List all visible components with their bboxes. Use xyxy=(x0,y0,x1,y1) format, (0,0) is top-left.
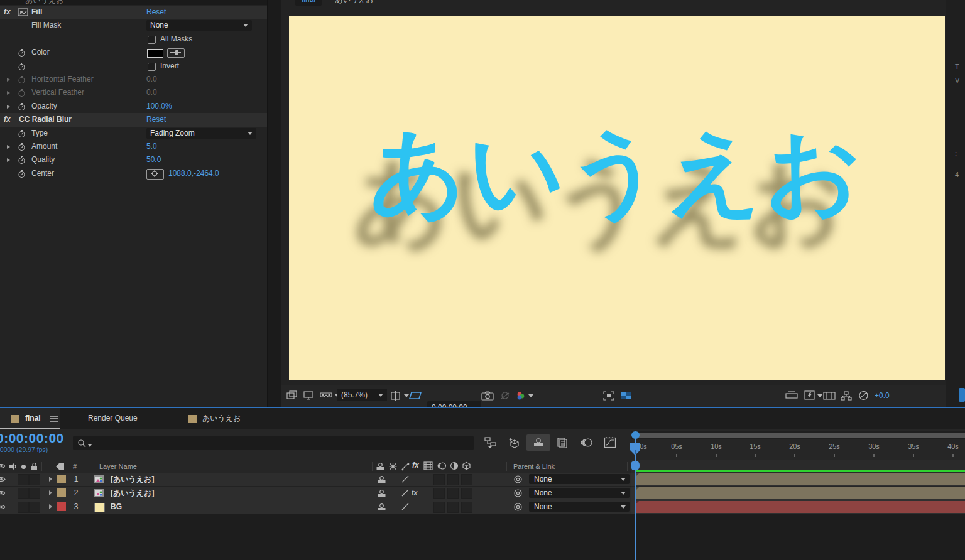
parent-dropdown[interactable]: None xyxy=(529,488,630,498)
magnification-dropdown[interactable]: (85.7%) xyxy=(337,389,387,401)
shy-layers-toggle-icon[interactable] xyxy=(526,434,550,451)
radial-reset-link[interactable]: Reset xyxy=(146,113,166,126)
main-viewer-icon[interactable] xyxy=(303,389,314,402)
layer-track-1[interactable] xyxy=(631,473,965,487)
lock-toggle[interactable] xyxy=(29,474,40,485)
all-masks-checkbox[interactable] xyxy=(148,36,156,44)
label-color-swatch[interactable] xyxy=(57,475,66,483)
panel-divider[interactable] xyxy=(268,0,281,408)
pick-whip-icon[interactable] xyxy=(513,502,523,512)
parent-dropdown[interactable]: None xyxy=(529,474,630,484)
motion-blur-cell[interactable] xyxy=(447,488,459,499)
motion-blur-icon[interactable] xyxy=(574,434,598,451)
search-input[interactable] xyxy=(73,436,474,450)
video-eye-icon[interactable] xyxy=(0,463,6,470)
layer-row-3[interactable]: 3 BG None xyxy=(0,500,631,514)
layer-twirl-icon[interactable] xyxy=(49,490,52,495)
twirl-icon[interactable] xyxy=(6,104,11,109)
show-snapshot-icon[interactable] xyxy=(499,389,511,402)
always-preview-icon[interactable] xyxy=(286,389,298,402)
stopwatch-icon[interactable] xyxy=(18,156,26,164)
stopwatch-icon[interactable] xyxy=(18,89,26,97)
parent-link-column-header[interactable]: Parent & Link xyxy=(513,460,555,473)
stopwatch-icon[interactable] xyxy=(18,143,26,151)
stopwatch-icon[interactable] xyxy=(18,102,26,111)
tab-final[interactable]: final xyxy=(0,408,60,429)
twirl-icon[interactable] xyxy=(6,90,11,95)
eyedropper-icon[interactable] xyxy=(167,48,185,58)
center-value[interactable]: 1088.0,-2464.0 xyxy=(168,167,219,180)
stopwatch-icon[interactable] xyxy=(18,170,26,178)
color-swatch[interactable] xyxy=(147,49,163,58)
work-area-bar[interactable] xyxy=(637,433,965,438)
twirl-icon[interactable] xyxy=(6,158,11,163)
3d-layer-cell[interactable] xyxy=(461,488,472,499)
audio-toggle[interactable] xyxy=(18,474,29,485)
playhead-line[interactable] xyxy=(635,439,636,560)
adjustment-layer-column-icon[interactable] xyxy=(450,461,459,470)
crosshair-icon[interactable] xyxy=(146,169,164,180)
composition-canvas[interactable]: あいうえお xyxy=(289,16,945,380)
current-timecode[interactable]: 0:00:00:00 xyxy=(0,431,64,446)
effect-header-radial-blur[interactable]: fx CC Radial Blur Reset xyxy=(0,113,267,126)
parent-dropdown[interactable]: None xyxy=(529,502,630,512)
snapshot-camera-icon[interactable] xyxy=(481,389,494,402)
comp-mini-flowchart-icon[interactable] xyxy=(479,434,503,451)
panel-menu-icon[interactable] xyxy=(50,414,58,422)
channel-rgb-icon[interactable] xyxy=(515,389,533,402)
exposure-value[interactable]: +0.0 xyxy=(875,389,890,402)
motion-blur-column-icon[interactable] xyxy=(436,461,447,470)
graph-editor-icon[interactable] xyxy=(598,434,622,451)
breadcrumb-comp-tab[interactable]: final xyxy=(295,0,322,6)
motion-blur-cell[interactable] xyxy=(447,502,459,513)
pick-whip-icon[interactable] xyxy=(513,488,523,498)
3d-layer-cell[interactable] xyxy=(461,502,472,513)
layer-name[interactable]: BG xyxy=(111,500,122,514)
layer-track-2[interactable] xyxy=(631,487,965,500)
effect-title[interactable]: Fill xyxy=(31,6,42,19)
pick-whip-icon[interactable] xyxy=(513,475,523,484)
fill-mask-dropdown[interactable]: None xyxy=(146,20,252,31)
video-eye-icon[interactable] xyxy=(0,490,6,497)
video-eye-icon[interactable] xyxy=(0,503,6,510)
layer-bar[interactable] xyxy=(636,473,965,485)
layer-twirl-icon[interactable] xyxy=(49,477,52,482)
tab-final-label[interactable]: final xyxy=(25,408,41,429)
timeline-empty-area[interactable] xyxy=(0,514,965,560)
type-dropdown[interactable]: Fading Zoom xyxy=(146,128,256,139)
layer-bar[interactable] xyxy=(636,501,965,513)
frame-blend-column-icon[interactable] xyxy=(423,461,433,471)
quality-column-icon[interactable] xyxy=(401,462,410,471)
share-view-icon[interactable] xyxy=(785,389,798,402)
draft-3d-icon[interactable] xyxy=(503,434,526,451)
label-color-swatch[interactable] xyxy=(57,502,66,511)
3d-layer-cell[interactable] xyxy=(461,474,472,485)
layer-row-2[interactable]: 2 [あいうえお] fx None xyxy=(0,487,631,500)
shy-toggle-icon[interactable] xyxy=(377,503,386,512)
tab-render-queue[interactable]: Render Queue xyxy=(88,408,138,429)
effect-title[interactable]: CC Radial Blur xyxy=(19,113,72,126)
shy-toggle-icon[interactable] xyxy=(377,475,386,484)
quality-toggle-icon[interactable] xyxy=(401,502,410,511)
layer-name[interactable]: [あいうえお] xyxy=(111,487,154,500)
time-ruler[interactable]: 00s 05s 10s 15s 20s 25s 30s 35s 40s xyxy=(631,439,965,460)
panel-tab-clip[interactable]: あいうえお xyxy=(0,0,267,5)
stopwatch-icon[interactable] xyxy=(18,75,26,84)
stopwatch-icon[interactable] xyxy=(18,129,26,138)
lock-icon[interactable] xyxy=(31,462,38,470)
playhead-handle[interactable] xyxy=(631,461,640,470)
frame-blending-icon[interactable] xyxy=(550,434,574,451)
video-eye-icon[interactable] xyxy=(0,476,6,483)
3d-layer-column-icon[interactable] xyxy=(462,461,471,470)
layer-twirl-icon[interactable] xyxy=(49,504,52,509)
twirl-icon[interactable] xyxy=(6,144,11,149)
stopwatch-icon[interactable] xyxy=(18,62,26,71)
layer-track-3[interactable] xyxy=(631,500,965,514)
fx-toggle[interactable]: fx xyxy=(412,487,417,500)
fill-reset-link[interactable]: Reset xyxy=(146,6,166,19)
invert-checkbox[interactable] xyxy=(148,63,156,71)
audio-toggle[interactable] xyxy=(18,502,29,513)
frame-blend-cell[interactable] xyxy=(433,488,445,499)
solo-icon[interactable] xyxy=(21,465,26,469)
layer-name[interactable]: [あいうえお] xyxy=(111,473,154,486)
